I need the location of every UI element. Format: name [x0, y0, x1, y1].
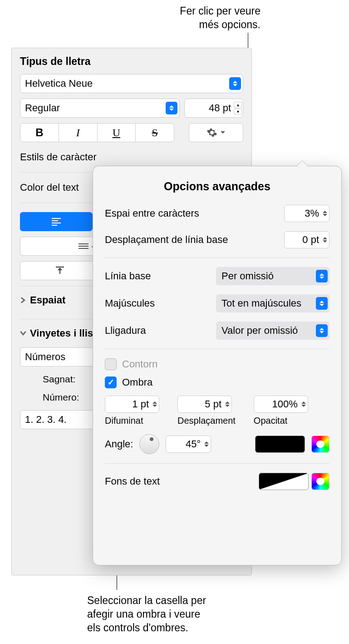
- underline-button[interactable]: U: [98, 124, 136, 142]
- baseline-value: Per omissió: [221, 270, 316, 282]
- baseline-label: Línia base: [105, 270, 151, 282]
- char-spacing-label: Espai entre caràcters: [105, 208, 199, 219]
- divider: [105, 463, 329, 464]
- stepper-arrows-icon: [225, 401, 230, 407]
- updown-arrows-icon: [316, 270, 328, 282]
- caps-select[interactable]: Tot en majúscules: [216, 294, 329, 312]
- chevron-right-icon: [20, 297, 26, 303]
- spacing-label: Espaiat: [30, 294, 65, 306]
- stepper-arrows-icon: ▴▾: [234, 102, 242, 115]
- text-style-segmented: B I U S: [20, 123, 174, 142]
- angle-dial[interactable]: [139, 434, 159, 454]
- offset-value: 5 pt: [182, 398, 223, 410]
- stepper-arrows-icon: [323, 237, 327, 243]
- italic-button[interactable]: I: [59, 124, 98, 142]
- color-picker-button[interactable]: [311, 436, 329, 453]
- shadow-color-swatch[interactable]: [255, 436, 305, 453]
- outline-label: Contorn: [122, 358, 157, 370]
- offset-stepper[interactable]: 5 pt: [177, 396, 232, 413]
- align-top-icon: [55, 266, 65, 276]
- updown-arrows-icon: [229, 77, 241, 90]
- stepper-arrows-icon: [301, 401, 306, 407]
- text-bg-swatch[interactable]: [259, 473, 309, 490]
- strikethrough-button[interactable]: S: [136, 124, 174, 142]
- char-spacing-value: 3%: [289, 208, 321, 219]
- blur-label: Difuminat: [105, 416, 143, 426]
- advanced-options-popover: Opcions avançades Espai entre caràcters …: [93, 166, 342, 565]
- color-picker-button[interactable]: [311, 473, 329, 490]
- opacity-stepper[interactable]: 100%: [254, 396, 308, 413]
- stepper-arrows-icon: [204, 441, 209, 447]
- angle-stepper[interactable]: 45°: [166, 436, 211, 453]
- caps-label: Majúscules: [105, 297, 155, 309]
- opacity-label: Opacitat: [254, 416, 287, 426]
- blur-value: 1 pt: [110, 398, 151, 410]
- offset-label: Desplaçament: [177, 416, 236, 426]
- divider: [105, 349, 329, 349]
- updown-arrows-icon: [316, 297, 328, 310]
- outline-checkbox[interactable]: [105, 358, 117, 370]
- font-section-title: Tipus de lletra: [20, 55, 243, 68]
- align-left-button[interactable]: [20, 212, 93, 231]
- shadow-checkbox[interactable]: [105, 376, 117, 388]
- chevron-down-icon: [20, 330, 26, 337]
- caps-value: Tot en majúscules: [221, 297, 316, 309]
- updown-arrows-icon: [166, 102, 177, 114]
- baseline-select[interactable]: Per omissió: [216, 267, 329, 285]
- opacity-value: 100%: [259, 398, 300, 410]
- ligature-select[interactable]: Valor per omissió: [216, 322, 329, 340]
- advanced-options-button[interactable]: [189, 123, 243, 142]
- font-size-value: 48 pt: [189, 102, 234, 114]
- blur-stepper[interactable]: 1 pt: [105, 396, 159, 413]
- font-family-value: Helvetica Neue: [25, 78, 229, 89]
- callout-bottom: Seleccionar la casella per afegir una om…: [87, 594, 206, 635]
- gear-icon: [206, 127, 217, 138]
- stepper-arrows-icon: [152, 401, 157, 407]
- vertical-align-top-button[interactable]: [20, 261, 97, 280]
- shadow-label: Ombra: [122, 376, 152, 388]
- stepper-arrows-icon: [323, 210, 327, 217]
- outdent-icon: [79, 243, 88, 249]
- char-styles-label: Estils de caràcter: [20, 151, 243, 163]
- font-style-select[interactable]: Regular: [20, 99, 180, 118]
- char-spacing-stepper[interactable]: 3%: [284, 205, 329, 222]
- ligature-label: Lligadura: [105, 325, 146, 337]
- baseline-shift-value: 0 pt: [289, 234, 321, 246]
- font-family-select[interactable]: Helvetica Neue: [20, 74, 243, 93]
- chevron-down-icon: [220, 131, 226, 134]
- align-left-icon: [52, 218, 61, 226]
- ligature-value: Valor per omissió: [221, 325, 316, 337]
- text-bg-label: Fons de text: [105, 476, 160, 487]
- baseline-shift-label: Desplaçament de línia base: [105, 234, 228, 246]
- popover-title: Opcions avançades: [105, 180, 329, 193]
- font-style-value: Regular: [25, 102, 166, 114]
- alignment-segmented: [20, 212, 93, 231]
- updown-arrows-icon: [316, 324, 328, 337]
- baseline-shift-stepper[interactable]: 0 pt: [284, 231, 329, 248]
- font-size-stepper[interactable]: 48 pt ▴▾: [184, 99, 243, 118]
- angle-value: 45°: [171, 438, 202, 450]
- divider: [105, 258, 329, 258]
- angle-label: Angle:: [105, 438, 133, 450]
- callout-top: Fer clic per veure més opcions.: [180, 5, 261, 32]
- bold-button[interactable]: B: [20, 124, 59, 142]
